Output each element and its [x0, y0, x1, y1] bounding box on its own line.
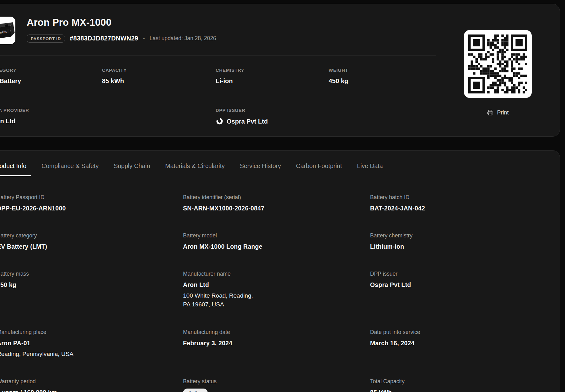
- field-battery-status: Battery status Active: [183, 378, 217, 392]
- passport-id-value: #8383DJD827DNWN29: [70, 35, 138, 42]
- field-value: Aron PA-01: [0, 339, 73, 347]
- field-value: 450 kg: [0, 281, 29, 289]
- passport-id-badge: PASSPORT ID: [27, 34, 65, 43]
- address-line: 100 White Road, Reading,: [183, 291, 253, 300]
- product-thumbnail: ARON PRO: [0, 17, 15, 44]
- field-battery-passport-id: Battery Passport ID DPP-EU-2026-ARN1000: [0, 194, 66, 212]
- stat-capacity: CAPACITY 85 kWh: [102, 67, 127, 85]
- field-date-put-into-service: Date put into service March 16, 2024: [370, 329, 420, 347]
- bullet-separator: •: [143, 35, 145, 42]
- field-manufacturer-name: Manufacturer name Aron Ltd 100 White Roa…: [183, 271, 253, 309]
- tab-service-history[interactable]: Service History: [235, 162, 285, 176]
- battery-passport-page: ARON PRO Aron Pro MX-1000 PASSPORT ID #8…: [0, 0, 565, 392]
- tab-bar: Product Info Compliance & Safety Supply …: [0, 162, 387, 176]
- stat-weight-label: WEIGHT: [329, 67, 348, 73]
- field-label: Battery Passport ID: [0, 194, 66, 201]
- data-provider-label: DATA PROVIDER: [0, 108, 29, 113]
- stat-category: CATEGORY EV Battery: [0, 67, 21, 85]
- field-value: Ospra Pvt Ltd: [370, 281, 411, 289]
- field-value: 85 kWh: [370, 389, 405, 392]
- field-label: Battery batch ID: [370, 194, 425, 201]
- field-battery-model: Battery model Aron MX-1000 Long Range: [183, 232, 262, 250]
- stat-category-value: EV Battery: [0, 77, 21, 85]
- stat-chemistry-label: CHEMISTRY: [216, 67, 244, 73]
- field-manufacturing-date: Manufacturing date February 3, 2024: [183, 329, 232, 347]
- field-battery-batch-id: Battery batch ID BAT-2024-JAN-042: [370, 194, 425, 212]
- header-card: ARON PRO Aron Pro MX-1000 PASSPORT ID #8…: [0, 4, 560, 137]
- stat-capacity-value: 85 kWh: [102, 77, 127, 85]
- printer-icon: [487, 109, 494, 116]
- field-warranty-period: Warranty period 8 years / 160,000 km: [0, 378, 57, 392]
- field-value: Aron MX-1000 Long Range: [183, 243, 262, 250]
- status-badge: Active: [183, 389, 208, 392]
- qr-code: [464, 30, 532, 98]
- field-label: Battery identifier (serial): [183, 194, 264, 201]
- field-dpp-issuer: DPP issuer Ospra Pvt Ltd: [370, 271, 411, 289]
- tab-product-info[interactable]: Product Info: [0, 162, 31, 176]
- stat-category-label: CATEGORY: [0, 67, 21, 73]
- ospra-logo-icon: [216, 117, 223, 125]
- field-battery-identifier: Battery identifier (serial) SN-ARN-MX100…: [183, 194, 264, 212]
- header-divider: [0, 55, 436, 56]
- page-title: Aron Pro MX-1000: [27, 17, 111, 29]
- passport-id-row: PASSPORT ID #8383DJD827DNWN29 • Last upd…: [27, 34, 216, 43]
- last-updated-text: Last updated: Jan 28, 2026: [149, 35, 216, 42]
- field-label: Battery mass: [0, 271, 29, 277]
- field-value: SN-ARN-MX1000-2026-0847: [183, 204, 264, 212]
- stat-capacity-label: CAPACITY: [102, 67, 127, 73]
- data-provider-value: Aron Ltd: [0, 117, 29, 125]
- tab-compliance-safety[interactable]: Compliance & Safety: [37, 162, 103, 176]
- battery-product-image: ARON PRO: [0, 17, 15, 44]
- field-label: Battery category: [0, 232, 47, 239]
- details-card: Product Info Compliance & Safety Supply …: [0, 150, 560, 392]
- stat-weight-value: 450 kg: [329, 77, 348, 85]
- dpp-issuer: DPP ISSUER Ospra Pvt Ltd: [216, 108, 268, 125]
- field-label: Battery chemistry: [370, 232, 412, 239]
- stat-chemistry-value: Li-ion: [216, 77, 244, 85]
- field-total-capacity: Total Capacity 85 kWh: [370, 378, 405, 392]
- field-label: Total Capacity: [370, 378, 405, 385]
- manufacturing-place-region: Reading, Pennsylvania, USA: [0, 350, 73, 358]
- field-manufacturing-place: Manufacturing place Aron PA-01 Reading, …: [0, 329, 73, 358]
- field-value: BAT-2024-JAN-042: [370, 204, 425, 212]
- field-value: EV Battery (LMT): [0, 243, 47, 250]
- field-label: Battery status: [183, 378, 217, 385]
- field-label: Manufacturing date: [183, 329, 232, 336]
- field-value: DPP-EU-2026-ARN1000: [0, 204, 66, 212]
- field-value: 8 years / 160,000 km: [0, 389, 57, 392]
- tab-live-data[interactable]: Live Data: [352, 162, 387, 176]
- field-value: Aron Ltd: [183, 281, 253, 289]
- field-label: Warranty period: [0, 378, 57, 385]
- tab-supply-chain[interactable]: Supply Chain: [109, 162, 154, 176]
- dpp-issuer-value: Ospra Pvt Ltd: [227, 118, 268, 125]
- stat-weight: WEIGHT 450 kg: [329, 67, 348, 85]
- address-line: PA 19607, USA: [183, 300, 253, 309]
- field-value: March 16, 2024: [370, 339, 420, 347]
- stat-chemistry: CHEMISTRY Li-ion: [216, 67, 244, 85]
- qr-code-svg: [468, 34, 527, 93]
- tab-materials-circularity[interactable]: Materials & Circularity: [161, 162, 229, 176]
- print-button-label: Print: [497, 109, 508, 116]
- print-button[interactable]: Print: [464, 108, 532, 117]
- tab-carbon-footprint[interactable]: Carbon Footprint: [292, 162, 346, 176]
- field-battery-category: Battery category EV Battery (LMT): [0, 232, 47, 250]
- data-provider: DATA PROVIDER Aron Ltd: [0, 108, 29, 125]
- field-label: Manufacturing place: [0, 329, 73, 336]
- field-value: February 3, 2024: [183, 339, 232, 347]
- field-label: DPP issuer: [370, 271, 411, 277]
- field-battery-mass: Battery mass 450 kg: [0, 271, 29, 289]
- manufacturer-address: 100 White Road, Reading, PA 19607, USA: [183, 291, 253, 309]
- field-label: Battery model: [183, 232, 262, 239]
- field-label: Date put into service: [370, 329, 420, 336]
- field-battery-chemistry: Battery chemistry Lithium-ion: [370, 232, 412, 250]
- dpp-issuer-label: DPP ISSUER: [216, 108, 268, 113]
- field-value: Lithium-ion: [370, 243, 412, 250]
- field-label: Manufacturer name: [183, 271, 253, 277]
